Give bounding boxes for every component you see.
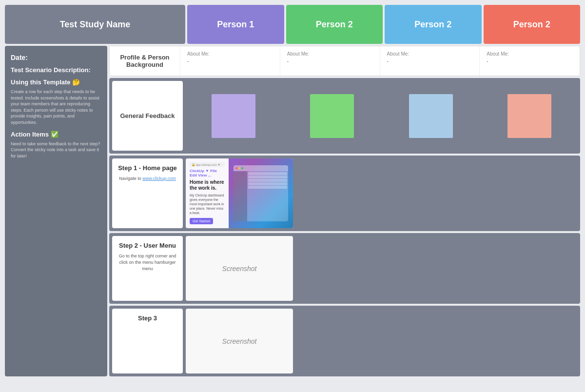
step3-title: Step 3	[138, 314, 157, 322]
step2-row: Step 2 - User Menu Go to the top right c…	[109, 233, 580, 304]
date-label: Date:	[11, 54, 101, 61]
app-row-3	[248, 179, 287, 182]
profile-label: Profile & Person Background	[110, 46, 180, 76]
step1-empty-2	[367, 158, 435, 228]
feedback-row: General Feedback	[109, 78, 580, 154]
clickup-headline: Home is where the work is.	[190, 179, 225, 191]
screenshot-content-3: Screenshot	[186, 309, 293, 373]
step2-screenshot: Screenshot	[186, 236, 293, 301]
step1-title: Step 1 - Home page	[118, 164, 177, 172]
clickup-left-panel: 🔒 app.clickup.com ▼ ClickUp ▼ File Edit …	[186, 158, 229, 228]
profile-cell-3: About Me: -	[382, 46, 480, 76]
step3-empty-3	[438, 309, 507, 373]
dot-yellow	[238, 167, 240, 169]
step2-empty-4	[509, 236, 577, 301]
step1-empty-4	[509, 158, 577, 228]
feedback-label: General Feedback	[112, 81, 183, 151]
step3-empty-4	[509, 309, 577, 373]
step3-empty-1	[296, 309, 364, 373]
sticky-col-2	[284, 81, 380, 151]
sticky-note-salmon	[507, 94, 551, 138]
sticky-col-1	[186, 81, 281, 151]
main-container: Date: Test Scenario Description: Using t…	[5, 46, 580, 376]
step3-info: Step 3	[112, 309, 183, 373]
dot-red	[235, 167, 237, 169]
step3-row: Step 3 Screenshot	[109, 306, 580, 376]
app-row-2	[248, 176, 287, 178]
clickup-right-panel	[229, 158, 293, 228]
clickup-cta-btn: Get Started	[190, 218, 213, 224]
action-body: Need to take some feedback to the next s…	[11, 141, 101, 159]
step1-screenshot: 🔒 app.clickup.com ▼ ClickUp ▼ File Edit …	[186, 158, 293, 228]
app-topbar	[234, 165, 288, 171]
clickup-logo: ClickUp ▼ File Edit View ...	[190, 169, 225, 177]
clickup-mock: 🔒 app.clickup.com ▼ ClickUp ▼ File Edit …	[186, 158, 293, 228]
step2-info: Step 2 - User Menu Go to the top right c…	[112, 236, 183, 301]
profile-cell-2: About Me: -	[282, 46, 380, 76]
sticky-note-blue	[409, 94, 453, 138]
app-row-4	[248, 182, 287, 185]
sticky-note-purple	[212, 94, 255, 138]
step2-body: Go to the top right corner and click on …	[117, 253, 178, 272]
person2c-header: Person 2	[484, 5, 581, 44]
clickup-subtext: My ClickUp dashboard gives everyone the …	[190, 193, 225, 215]
screenshot-placeholder-3: Screenshot	[222, 337, 257, 345]
clickup-link[interactable]: www.clickup.com	[142, 176, 176, 181]
step1-info: Step 1 - Home page Navigate to www.click…	[112, 158, 183, 228]
app-sidebar-mock	[234, 171, 247, 221]
profile-row: Profile & Person Background About Me: - …	[109, 46, 580, 76]
screenshot-placeholder-2: Screenshot	[222, 265, 257, 273]
step1-empty-1	[296, 158, 364, 228]
study-name-header: Test Study Name	[5, 5, 185, 44]
screenshot-content-2: Screenshot	[186, 236, 293, 301]
step3-screenshot: Screenshot	[186, 309, 293, 373]
sticky-col-3	[383, 81, 479, 151]
profile-cell-1: About Me: -	[182, 46, 280, 76]
step2-empty-1	[296, 236, 364, 301]
step2-empty-3	[438, 236, 507, 301]
app-main-mock	[247, 171, 288, 221]
person2a-header: Person 2	[286, 5, 383, 44]
person2b-header: Person 2	[385, 5, 482, 44]
action-label: Action Items ✅	[11, 131, 101, 138]
template-title: Using this Template 🤔	[11, 78, 101, 86]
scenario-label: Test Scenario Description:	[11, 66, 101, 74]
app-content	[234, 171, 288, 221]
dot-green	[241, 167, 243, 169]
sticky-note-green	[310, 94, 354, 138]
template-body: Create a row for each step that needs to…	[11, 89, 101, 126]
clickup-url-bar: 🔒 app.clickup.com ▼	[190, 162, 225, 167]
app-window-mock	[234, 165, 288, 221]
step1-row: Step 1 - Home page Navigate to www.click…	[109, 156, 580, 231]
step2-title: Step 2 - User Menu	[119, 242, 176, 249]
header-row: Test Study Name Person 1 Person 2 Person…	[5, 5, 580, 44]
step1-body: Navigate to www.clickup.com	[119, 176, 176, 182]
step2-empty-2	[367, 236, 435, 301]
right-content: Profile & Person Background About Me: - …	[109, 46, 580, 376]
profile-cell-4: About Me: -	[482, 46, 580, 76]
sidebar: Date: Test Scenario Description: Using t…	[5, 46, 107, 376]
step1-empty-3	[438, 158, 507, 228]
app-row-5	[248, 186, 287, 189]
sticky-col-4	[482, 81, 577, 151]
app-row-1	[248, 172, 287, 175]
person1-header: Person 1	[187, 5, 284, 44]
step3-empty-2	[367, 309, 435, 373]
